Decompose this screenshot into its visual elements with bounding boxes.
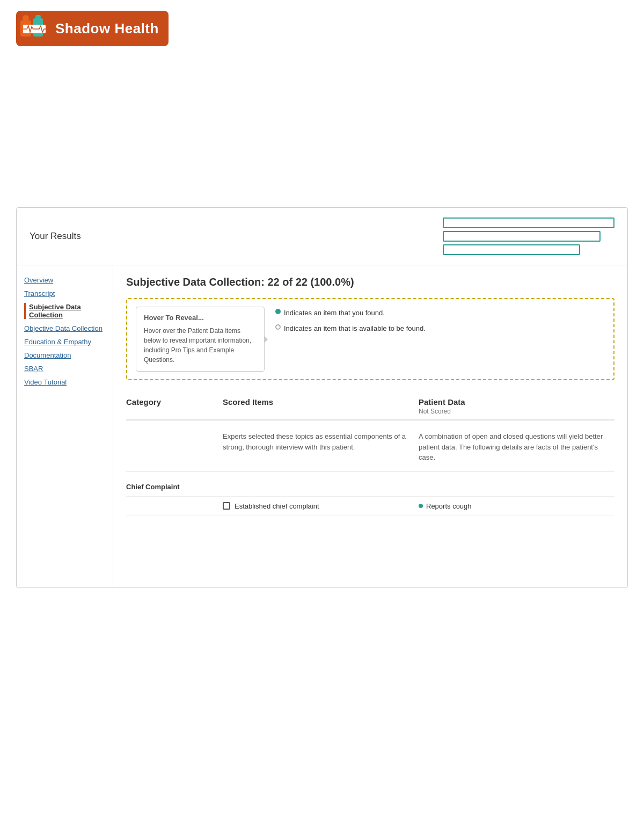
- col-header-category: Category: [126, 397, 223, 415]
- sidebar-item-sbar[interactable]: SBAR: [24, 365, 105, 373]
- sidebar-item-video[interactable]: Video Tutorial: [24, 378, 105, 386]
- sidebar-nav: Overview Transcript Subjective Data Coll…: [24, 276, 105, 386]
- results-header: Your Results: [17, 208, 627, 265]
- spacer-area: [0, 57, 644, 207]
- scored-item-label: Established chief complaint: [235, 502, 319, 510]
- sidebar: Overview Transcript Subjective Data Coll…: [17, 265, 113, 588]
- legend-available-text: Indicates an item that is available to b…: [284, 322, 426, 335]
- logo-container: Shadow Health: [16, 11, 169, 46]
- legend-available: Indicates an item that is available to b…: [275, 322, 426, 335]
- checkbox-icon: [223, 502, 230, 510]
- hover-reveal-title: Hover To Reveal...: [144, 314, 257, 322]
- sidebar-item-subjective[interactable]: Subjective Data Collection: [24, 303, 105, 319]
- results-title: Your Results: [30, 231, 81, 242]
- progress-bar-3: [443, 244, 580, 255]
- col-header-patient: Patient Data Not Scored: [419, 397, 614, 415]
- dot-available-icon: [275, 324, 281, 330]
- hover-reveal-box: Hover To Reveal... Hover over the Patien…: [136, 307, 265, 372]
- scored-item: Established chief complaint: [223, 502, 419, 510]
- progress-bar-2: [443, 231, 601, 242]
- page-header: Shadow Health: [0, 0, 644, 57]
- table-description: Experts selected these topics as essenti…: [126, 426, 614, 472]
- svg-point-1: [23, 15, 29, 21]
- legend-found-text: Indicates an item that you found.: [284, 307, 385, 319]
- patient-description: A combination of open and closed questio…: [419, 431, 614, 463]
- patient-data-cell: Reports cough: [419, 502, 614, 510]
- sidebar-item-education[interactable]: Education & Empathy: [24, 338, 105, 346]
- patient-dot-icon: [419, 504, 423, 508]
- content-area: Subjective Data Collection: 22 of 22 (10…: [113, 265, 627, 588]
- table-row: Established chief complaint Reports coug…: [126, 497, 614, 516]
- hover-reveal-text: Hover over the Patient Data items below …: [144, 326, 257, 365]
- table-header: Category Scored Items Patient Data Not S…: [126, 393, 614, 420]
- patient-data-label: Reports cough: [426, 502, 472, 510]
- logo-text: Shadow Health: [55, 20, 159, 37]
- sidebar-item-transcript[interactable]: Transcript: [24, 289, 105, 298]
- logo-box: Shadow Health: [16, 11, 169, 46]
- main-content: Overview Transcript Subjective Data Coll…: [17, 265, 627, 588]
- scored-description: Experts selected these topics as essenti…: [223, 431, 419, 463]
- legend-box: Indicates an item that you found. Indica…: [275, 307, 426, 338]
- legend-found: Indicates an item that you found.: [275, 307, 426, 319]
- sidebar-item-documentation[interactable]: Documentation: [24, 351, 105, 359]
- category-chief-complaint: Chief Complaint Established chief compla…: [126, 477, 614, 516]
- progress-bar-1: [443, 217, 614, 228]
- section-title: Subjective Data Collection: 22 of 22 (10…: [126, 276, 614, 288]
- dot-found-icon: [275, 309, 281, 314]
- sidebar-item-overview[interactable]: Overview: [24, 276, 105, 284]
- not-scored-label: Not Scored: [419, 408, 614, 415]
- col-header-scored: Scored Items: [223, 397, 419, 415]
- data-table: Category Scored Items Patient Data Not S…: [126, 393, 614, 516]
- sidebar-item-objective[interactable]: Objective Data Collection: [24, 324, 105, 332]
- info-legend-box: Hover To Reveal... Hover over the Patien…: [126, 298, 614, 380]
- progress-bars: [443, 217, 614, 255]
- results-container: Your Results Overview Transcript Subject…: [16, 207, 628, 588]
- category-name: Chief Complaint: [126, 483, 223, 491]
- category-label: Chief Complaint: [126, 477, 614, 497]
- logo-icon: [20, 15, 50, 42]
